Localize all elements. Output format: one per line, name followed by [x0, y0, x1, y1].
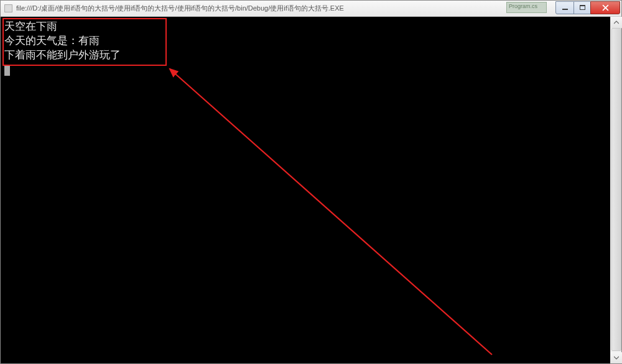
chevron-down-icon	[614, 356, 619, 360]
vertical-scrollbar[interactable]	[610, 17, 621, 363]
background-tab-hint: Program.cs	[506, 2, 547, 13]
window-controls	[556, 1, 620, 14]
scrollbar-thumb[interactable]	[611, 28, 621, 351]
window-title: file:///D:/桌面/使用if语句的大括号/使用if语句的大括号/使用if…	[16, 4, 556, 13]
console-line: 天空在下雨	[4, 20, 57, 32]
console-text: 天空在下雨 今天的天气是：有雨 下着雨不能到户外游玩了	[4, 19, 121, 62]
console-window: file:///D:/桌面/使用if语句的大括号/使用if语句的大括号/使用if…	[0, 0, 622, 364]
console-line: 下着雨不能到户外游玩了	[4, 48, 121, 61]
scroll-up-button[interactable]	[611, 17, 622, 28]
maximize-button[interactable]	[573, 1, 591, 14]
titlebar[interactable]: file:///D:/桌面/使用if语句的大括号/使用if语句的大括号/使用if…	[1, 1, 621, 17]
minimize-icon	[562, 9, 568, 10]
console-line: 今天的天气是：有雨	[4, 34, 100, 47]
close-button[interactable]	[590, 1, 620, 14]
maximize-icon	[580, 5, 585, 10]
minimize-button[interactable]	[555, 1, 574, 14]
cursor	[4, 65, 10, 76]
scroll-down-button[interactable]	[611, 352, 622, 363]
close-icon	[602, 4, 609, 11]
console-output: 天空在下雨 今天的天气是：有雨 下着雨不能到户外游玩了	[1, 17, 610, 363]
app-icon	[4, 4, 12, 12]
chevron-up-icon	[614, 20, 619, 24]
